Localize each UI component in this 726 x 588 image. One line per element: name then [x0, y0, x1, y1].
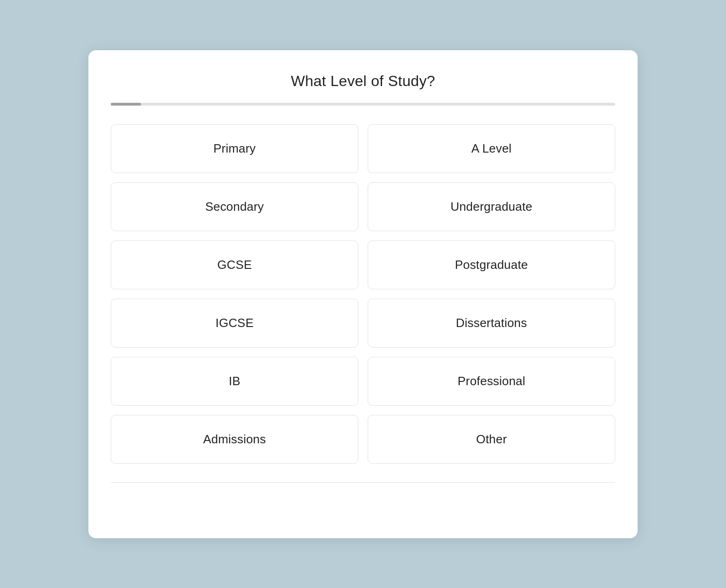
- option-secondary[interactable]: Secondary: [111, 182, 358, 231]
- study-level-modal: What Level of Study? Primary A Level Sec…: [88, 50, 638, 538]
- option-postgraduate[interactable]: Postgraduate: [368, 241, 615, 289]
- option-undergraduate[interactable]: Undergraduate: [368, 182, 615, 231]
- option-admissions[interactable]: Admissions: [111, 415, 358, 464]
- progress-bar-fill: [111, 103, 141, 106]
- option-gcse[interactable]: GCSE: [111, 241, 358, 289]
- modal-title: What Level of Study?: [111, 73, 615, 90]
- option-dissertations[interactable]: Dissertations: [368, 299, 615, 347]
- option-primary[interactable]: Primary: [111, 124, 358, 173]
- options-grid: Primary A Level Secondary Undergraduate …: [111, 124, 615, 464]
- option-professional[interactable]: Professional: [368, 357, 615, 406]
- option-other[interactable]: Other: [368, 415, 615, 464]
- progress-bar-container: [111, 103, 615, 106]
- bottom-bar: [111, 482, 615, 510]
- option-ib[interactable]: IB: [111, 357, 358, 406]
- option-a-level[interactable]: A Level: [368, 124, 615, 173]
- option-igcse[interactable]: IGCSE: [111, 299, 358, 347]
